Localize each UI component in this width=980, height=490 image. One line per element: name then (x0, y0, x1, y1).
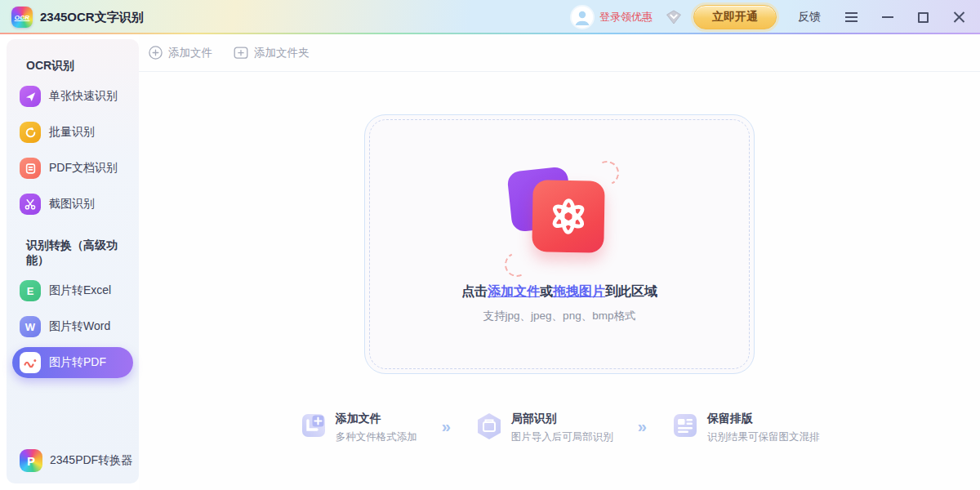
login-link[interactable]: 登录领优惠 (599, 10, 653, 24)
add-folder-button[interactable]: 添加文件夹 (234, 46, 310, 60)
add-file-link[interactable]: 添加文件 (488, 284, 540, 298)
word-icon: W (20, 316, 41, 337)
add-folder-label: 添加文件夹 (254, 46, 310, 60)
sidebar-item-label: 截图识别 (49, 197, 95, 212)
feature-desc: 识别结果可保留图文混排 (707, 430, 820, 444)
partial-recognition-feature-icon (475, 412, 503, 441)
vip-diamond-icon[interactable] (666, 10, 682, 24)
sidebar-item-screenshot-recognition[interactable]: 截图识别 (7, 186, 139, 222)
file-drop-zone[interactable]: 点击添加文件或拖拽图片到此区域 支持jpg、jpeg、png、bmp格式 (364, 114, 755, 374)
close-button[interactable] (953, 11, 965, 24)
add-file-button[interactable]: 添加文件 (149, 46, 212, 60)
titlebar-actions: 登录领优惠 立即开通 反馈 (572, 5, 965, 29)
pdf-converter-label: 2345PDF转换器 (50, 453, 132, 468)
feature-partial-recognition: 局部识别 图片导入后可局部识别 (475, 412, 613, 444)
feature-desc: 多种文件格式添加 (336, 430, 417, 444)
feedback-link[interactable]: 反馈 (798, 10, 821, 24)
decor-arc-icon (501, 249, 532, 280)
sidebar-item-image-to-excel[interactable]: E 图片转Excel (7, 273, 139, 309)
sidebar-item-image-to-word[interactable]: W 图片转Word (7, 309, 139, 345)
scissors-icon (20, 194, 41, 215)
supported-formats: 支持jpg、jpeg、png、bmp格式 (483, 309, 636, 323)
titlebar: OCR 2345OCR文字识别 登录领优惠 立即开通 反馈 (0, 0, 980, 34)
feature-row: 添加文件 多种文件格式添加 » 局部识别 图片导入后可局部识别 » (139, 412, 980, 444)
sidebar-item-single-recognition[interactable]: 单张快速识别 (7, 78, 139, 114)
menu-icon[interactable] (845, 16, 858, 18)
feature-keep-layout: 保留排版 识别结果可保留图文混排 (671, 412, 820, 444)
add-file-label: 添加文件 (168, 46, 212, 60)
sidebar-footer-pdf-converter[interactable]: P 2345PDF转换器 (20, 449, 132, 472)
excel-icon: E (20, 280, 41, 301)
toolbar: 添加文件 添加文件夹 (139, 34, 980, 72)
sidebar-section-ocr: OCR识别 (7, 39, 139, 78)
drag-image-link[interactable]: 拖拽图片 (553, 284, 605, 298)
add-file-feature-icon (300, 412, 327, 439)
sidebar-item-label: 单张快速识别 (49, 89, 118, 104)
sidebar-item-label: PDF文档识别 (49, 161, 118, 176)
sidebar-item-image-to-pdf[interactable]: 图片转PDF (12, 347, 133, 378)
sidebar-item-batch-recognition[interactable]: 批量识别 (7, 114, 139, 150)
batch-refresh-icon (20, 122, 41, 143)
sidebar-item-label: 图片转Excel (49, 283, 111, 298)
feature-add-file: 添加文件 多种文件格式添加 (300, 412, 417, 444)
pdf-logo-icon (532, 180, 605, 253)
feature-title: 局部识别 (511, 412, 613, 426)
upgrade-button[interactable]: 立即开通 (693, 5, 777, 29)
pdf-convert-icon (20, 352, 41, 373)
sidebar: OCR识别 单张快速识别 批量识别 PDF文档识别 (7, 39, 139, 483)
chevron-right-icon: » (638, 417, 647, 436)
avatar[interactable] (572, 7, 593, 28)
app-logo-icon: OCR (11, 7, 33, 28)
sidebar-item-label: 图片转PDF (49, 355, 106, 370)
main-area: 添加文件 添加文件夹 (139, 34, 980, 490)
drop-zone-prompt: 点击添加文件或拖拽图片到此区域 (461, 283, 657, 301)
keep-layout-feature-icon (671, 412, 699, 439)
prompt-suffix: 到此区域 (605, 284, 657, 298)
app-title: 2345OCR文字识别 (40, 10, 144, 25)
minimize-button[interactable] (882, 16, 893, 18)
sidebar-section-convert: 识别转换（高级功能） (7, 222, 139, 273)
sidebar-item-pdf-recognition[interactable]: PDF文档识别 (7, 150, 139, 186)
pdf-converter-app-icon: P (20, 449, 42, 472)
sidebar-item-label: 批量识别 (49, 125, 95, 140)
prompt-prefix: 点击 (461, 284, 488, 298)
flash-icon (20, 86, 41, 107)
chevron-right-icon: » (442, 417, 451, 436)
feature-title: 添加文件 (336, 412, 417, 426)
feature-title: 保留排版 (707, 412, 820, 426)
feature-desc: 图片导入后可局部识别 (511, 430, 613, 444)
sidebar-item-label: 图片转Word (49, 319, 110, 334)
folder-plus-icon (234, 46, 248, 60)
drop-zone-inner: 点击添加文件或拖拽图片到此区域 支持jpg、jpeg、png、bmp格式 (369, 119, 750, 369)
pdf-document-icon (20, 158, 41, 179)
pdf-illustration (498, 163, 621, 270)
maximize-button[interactable] (918, 12, 929, 23)
circle-plus-icon (149, 46, 163, 60)
prompt-or: 或 (540, 284, 553, 298)
